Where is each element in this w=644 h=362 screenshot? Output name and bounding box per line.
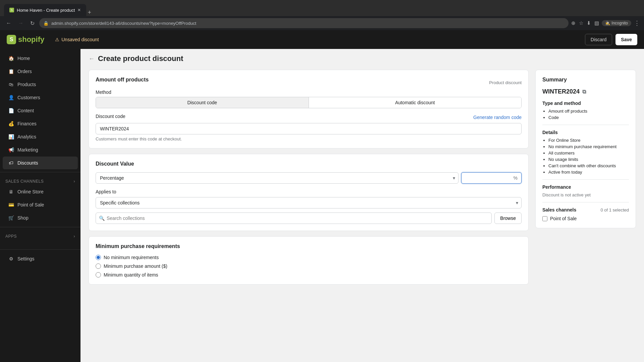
discount-code-input[interactable] [96,123,522,134]
content-area: ← Create product discount Amount off pro… [80,49,644,362]
shopify-logo-text: shopify [18,35,44,44]
menu-icon[interactable]: ⋮ [634,19,640,27]
product-discount-tag: Product discount [489,80,522,85]
discount-code-field-row: Discount code Generate random code [96,114,522,121]
sidebar-item-orders[interactable]: 📋 Orders [3,65,78,78]
method-section: Method Discount code Automatic discount [96,89,522,108]
pos-label: Point of Sale [550,216,577,221]
min-qty-label: Minimum quantity of items [104,272,158,278]
sidebar-item-home[interactable]: 🏠 Home [3,52,78,65]
sidebar-item-online-store-label: Online Store [17,189,44,194]
sidebar-item-finances[interactable]: 💰 Finances [3,117,78,130]
min-purchase-card: Minimum purchase requirements No minimum… [89,236,529,285]
forward-nav-button[interactable]: → [16,19,25,27]
copy-icon[interactable]: ⧉ [582,89,586,95]
discount-code-label: Discount code [96,114,125,119]
point-of-sale-icon: 💳 [8,202,14,208]
details-title: Details [542,130,629,135]
sidebar-divider-2 [0,227,80,227]
content-body: Amount off products Product discount Met… [80,63,644,291]
type-method-item-0: Amount off products [548,109,629,114]
analytics-icon: 📊 [8,134,14,140]
sidebar-item-settings[interactable]: ⚙ Settings [3,252,78,265]
no-min-radio[interactable] [96,255,101,260]
min-amount-radio[interactable] [96,263,101,269]
back-button[interactable]: ← [89,55,95,62]
sidebar-item-discounts[interactable]: 🏷 Discounts [3,157,78,169]
lock-icon: 🔒 [43,21,49,26]
sidebar-item-content[interactable]: 📄 Content [3,104,78,117]
percentage-input-wrap: % [461,172,522,184]
refresh-button[interactable]: ↻ [28,19,37,28]
search-collections-input[interactable] [96,213,492,224]
detail-item-4: Can't combine with other discounts [548,163,629,168]
apps-label: Apps [5,234,17,239]
shopify-logo-icon: S [7,35,16,44]
summary-divider-2 [542,179,629,180]
tab-close-button[interactable]: ✕ [77,8,81,12]
browser-tabs: S Home Haven - Create product ✕ + [4,0,91,16]
save-button[interactable]: Save [615,34,637,45]
sales-channels-title: Sales channels [542,207,576,213]
min-qty-radio[interactable] [96,272,101,278]
sidebar-item-customers-label: Customers [17,95,40,100]
sidebar-item-customers[interactable]: 👤 Customers [3,91,78,104]
sidebar-item-online-store[interactable]: 🖥 Online Store [3,185,78,198]
sidebar-item-orders-label: Orders [17,69,32,74]
unsaved-badge: ⚠ Unsaved discount [55,37,99,42]
apps-arrow: › [74,234,75,239]
downloads-icon[interactable]: ⬇ [587,20,591,26]
orders-icon: 📋 [8,68,14,74]
sales-channels-count: 0 of 1 selected [600,207,629,213]
active-tab[interactable]: S Home Haven - Create product ✕ [4,4,86,16]
address-bar[interactable]: 🔒 admin.shopify.com/store/de8143-a6/disc… [39,18,569,28]
sales-channels-header: Sales channels 0 of 1 selected [542,207,629,213]
sidebar-divider-1 [0,172,80,172]
incognito-badge: 🕵 Incognito [602,20,631,26]
sidebar-item-marketing[interactable]: 📢 Marketing [3,143,78,156]
type-method-list: Amount off products Code [542,109,629,120]
percentage-value-input[interactable] [461,172,522,184]
search-collections-row: 🔍 Browse [96,213,522,224]
sidebar-toggle-icon[interactable]: ▧ [594,20,599,26]
app-bar: S shopify ⚠ Unsaved discount Discard Sav… [0,30,644,49]
bookmark-icon[interactable]: ☆ [579,20,583,26]
percentage-symbol: % [514,175,518,181]
incognito-label: Incognito [611,21,628,25]
no-min-radio-item[interactable]: No minimum requirements [96,255,522,260]
discounts-icon: 🏷 [8,160,14,166]
extension-icon: ⊕ [571,20,576,26]
tab-title: Home Haven - Create product [17,8,75,13]
sidebar-item-products[interactable]: 🛍 Products [3,78,78,91]
discard-button[interactable]: Discard [585,34,612,45]
amount-off-products-card: Amount off products Product discount Met… [89,70,529,148]
sidebar-item-marketing-label: Marketing [17,147,38,153]
sidebar-item-settings-label: Settings [17,256,35,261]
sidebar: 🏠 Home 📋 Orders 🛍 Products 👤 Customers 📄… [0,49,80,362]
min-purchase-radio-group: No minimum requirements Minimum purchase… [96,255,522,278]
automatic-discount-tab[interactable]: Automatic discount [309,97,522,108]
discount-code-tab[interactable]: Discount code [96,97,309,108]
summary-card: Summary WINTER2024 ⧉ Type and method Amo… [535,70,636,228]
card-header: Amount off products Product discount [96,77,522,88]
min-qty-radio-item[interactable]: Minimum quantity of items [96,272,522,278]
sales-channels-label: Sales channels [5,179,44,184]
pos-checkbox[interactable] [542,216,547,221]
sidebar-item-analytics[interactable]: 📊 Analytics [3,130,78,143]
min-amount-label: Minimum purchase amount ($) [104,263,167,269]
new-tab-button[interactable]: + [88,9,91,16]
amount-off-title: Amount off products [96,77,149,83]
marketing-icon: 📢 [8,147,14,153]
sidebar-item-point-of-sale[interactable]: 💳 Point of Sale [3,198,78,211]
back-nav-button[interactable]: ← [4,19,13,27]
generate-random-code-link[interactable]: Generate random code [473,115,522,120]
page-title: Create product discount [98,54,183,63]
discount-type-select[interactable]: Percentage Fixed amount [96,172,459,184]
min-amount-radio-item[interactable]: Minimum purchase amount ($) [96,263,522,269]
performance-text: Discount is not active yet [542,192,629,197]
browse-button[interactable]: Browse [494,213,522,224]
applies-to-select[interactable]: Specific collections All products Specif… [96,197,522,208]
sidebar-item-shop[interactable]: 🛒 Shop [3,212,78,224]
main-layout: 🏠 Home 📋 Orders 🛍 Products 👤 Customers 📄… [0,49,644,362]
summary-title: Summary [542,77,629,83]
